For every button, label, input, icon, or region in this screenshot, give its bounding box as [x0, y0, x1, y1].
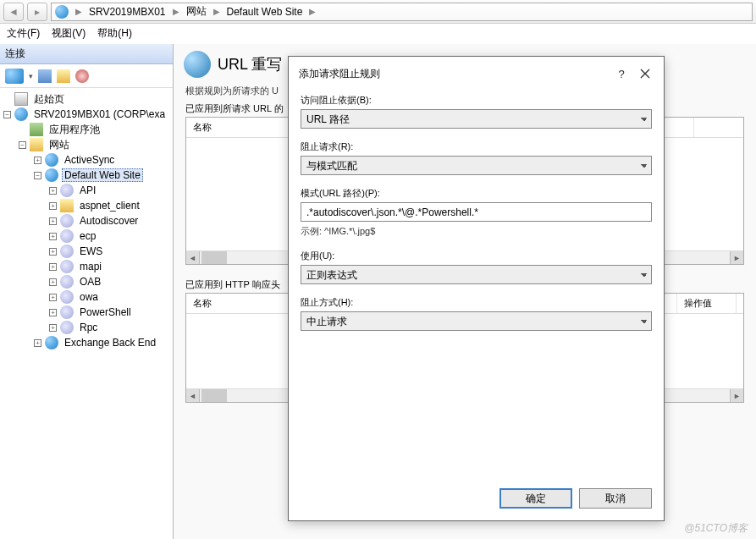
- close-icon: [640, 69, 650, 79]
- tree-vdir[interactable]: OAB: [77, 275, 103, 289]
- menu-bar: 文件(F) 视图(V) 帮助(H): [0, 24, 756, 44]
- chevron-right-icon: ▶: [306, 7, 319, 16]
- field-label: 使用(U):: [301, 250, 652, 262]
- field-using: 使用(U): 正则表达式: [301, 250, 652, 284]
- cancel-button[interactable]: 取消: [579, 488, 652, 509]
- back-button[interactable]: ◄: [3, 3, 24, 21]
- expand-toggle[interactable]: [49, 217, 57, 225]
- tree-vdir[interactable]: mapi: [77, 260, 104, 273]
- block-based-on-select[interactable]: URL 路径: [301, 109, 652, 129]
- expand-toggle[interactable]: [49, 294, 57, 301]
- connections-tree[interactable]: 起始页 SRV2019MBX01 (CORP\exa 应用程序池 网站 Acti…: [0, 88, 173, 539]
- site-icon: [45, 153, 58, 167]
- expand-toggle[interactable]: [49, 278, 57, 286]
- vdir-icon: [60, 275, 74, 289]
- tree-vdir[interactable]: PowerShell: [77, 305, 134, 319]
- nav-bar: ◄ ▸ ▶ SRV2019MBX01 ▶ 网站 ▶ Default Web Si…: [0, 0, 756, 24]
- field-label: 阻止请求(R):: [301, 140, 652, 153]
- chevron-right-icon: ▶: [169, 7, 183, 16]
- chevron-right-icon: ▶: [210, 7, 223, 16]
- expand-toggle[interactable]: [49, 248, 57, 256]
- vdir-icon: [60, 184, 74, 197]
- field-pattern: 模式(URL 路径)(P): 示例: ^IMG.*\.jpg$: [301, 187, 652, 238]
- tree-exchange-back-end[interactable]: Exchange Back End: [62, 336, 158, 349]
- expand-toggle[interactable]: [49, 202, 57, 210]
- tree-vdir[interactable]: API: [77, 184, 98, 197]
- tree-vdir[interactable]: ecp: [77, 229, 98, 243]
- vdir-icon: [60, 290, 74, 304]
- connect-icon[interactable]: [5, 69, 24, 84]
- field-label: 模式(URL 路径)(P):: [301, 187, 652, 200]
- dialog-title: 添加请求阻止规则: [299, 67, 611, 81]
- vdir-icon: [60, 245, 74, 258]
- vdir-icon: [60, 229, 74, 243]
- pattern-example: 示例: ^IMG.*\.jpg$: [301, 225, 652, 238]
- chevron-right-icon: ▶: [72, 7, 86, 16]
- connections-panel: 连接 ▾ 起始页 SRV2019MBX01 (CORP\exa 应用程序池 网站…: [0, 44, 174, 539]
- expand-toggle[interactable]: [49, 324, 57, 332]
- server-icon: [14, 107, 28, 121]
- site-icon: [45, 336, 58, 349]
- url-rewrite-icon: [184, 51, 211, 78]
- expand-toggle[interactable]: [49, 187, 57, 195]
- vdir-icon: [60, 321, 74, 334]
- vdir-icon: [60, 214, 74, 228]
- tree-sites[interactable]: 网站: [47, 137, 72, 153]
- tree-start-page[interactable]: 起始页: [31, 91, 67, 107]
- dialog-body: 访问阻止依据(B): URL 路径 阻止请求(R): 与模式匹配 模式(URL …: [289, 91, 664, 480]
- expand-toggle[interactable]: [3, 111, 11, 118]
- expand-toggle[interactable]: [49, 309, 57, 316]
- dialog-titlebar: 添加请求阻止规则 ?: [289, 57, 664, 91]
- breadcrumb-item[interactable]: SRV2019MBX01: [89, 6, 166, 18]
- breadcrumb-item[interactable]: 网站: [186, 4, 207, 19]
- add-request-blocking-rule-dialog: 添加请求阻止规则 ? 访问阻止依据(B): URL 路径 阻止请求(R): 与模…: [288, 56, 665, 521]
- field-label: 阻止方式(H):: [301, 296, 652, 309]
- tree-vdir[interactable]: EWS: [77, 245, 105, 258]
- folder-icon: [60, 199, 74, 212]
- expand-toggle[interactable]: [34, 172, 41, 179]
- vdir-icon: [60, 305, 74, 319]
- connections-toolbar: ▾: [0, 64, 173, 88]
- help-button[interactable]: ?: [611, 68, 632, 80]
- tree-vdir[interactable]: Rpc: [77, 321, 100, 334]
- pattern-input[interactable]: [301, 202, 652, 222]
- menu-file[interactable]: 文件(F): [7, 26, 40, 41]
- vdir-icon: [60, 260, 74, 273]
- dialog-buttons: 确定 取消: [289, 480, 664, 520]
- tree-app-pools[interactable]: 应用程序池: [47, 122, 102, 138]
- tree-vdir[interactable]: aspnet_client: [77, 199, 142, 212]
- page-title: URL 重写: [218, 54, 282, 74]
- ok-button[interactable]: 确定: [499, 488, 572, 509]
- close-button[interactable]: [632, 63, 659, 84]
- stop-icon[interactable]: [75, 69, 89, 83]
- save-icon[interactable]: [38, 69, 52, 83]
- tree-server[interactable]: SRV2019MBX01 (CORP\exa: [31, 107, 168, 121]
- expand-toggle[interactable]: [49, 233, 57, 240]
- tree-vdir[interactable]: Autodiscover: [77, 214, 141, 228]
- expand-toggle[interactable]: [34, 157, 41, 164]
- globe-icon: [55, 5, 69, 19]
- how-to-block-select[interactable]: 中止请求: [301, 311, 652, 331]
- breadcrumb-item[interactable]: Default Web Site: [227, 6, 303, 18]
- forward-button[interactable]: ▸: [27, 3, 47, 21]
- breadcrumb[interactable]: ▶ SRV2019MBX01 ▶ 网站 ▶ Default Web Site ▶: [51, 3, 753, 21]
- expand-toggle[interactable]: [19, 141, 26, 149]
- tree-activesync[interactable]: ActiveSync: [62, 153, 117, 167]
- block-request-select[interactable]: 与模式匹配: [301, 156, 652, 175]
- expand-toggle[interactable]: [34, 339, 41, 347]
- expand-toggle[interactable]: [49, 263, 57, 271]
- field-label: 访问阻止依据(B):: [301, 94, 652, 107]
- tree-vdir[interactable]: owa: [77, 290, 101, 304]
- field-how-to-block: 阻止方式(H): 中止请求: [301, 296, 652, 331]
- apppool-icon: [30, 123, 43, 136]
- menu-view[interactable]: 视图(V): [52, 26, 86, 41]
- field-block-based-on: 访问阻止依据(B): URL 路径: [301, 94, 652, 129]
- col-opval[interactable]: 操作值: [677, 294, 737, 313]
- watermark: @51CTO博客: [684, 521, 748, 536]
- folder-icon[interactable]: [57, 69, 70, 83]
- site-icon: [45, 168, 58, 182]
- menu-help[interactable]: 帮助(H): [97, 26, 132, 41]
- tree-default-web-site[interactable]: Default Web Site: [62, 168, 143, 182]
- using-select[interactable]: 正则表达式: [301, 265, 652, 284]
- folder-icon: [30, 138, 43, 151]
